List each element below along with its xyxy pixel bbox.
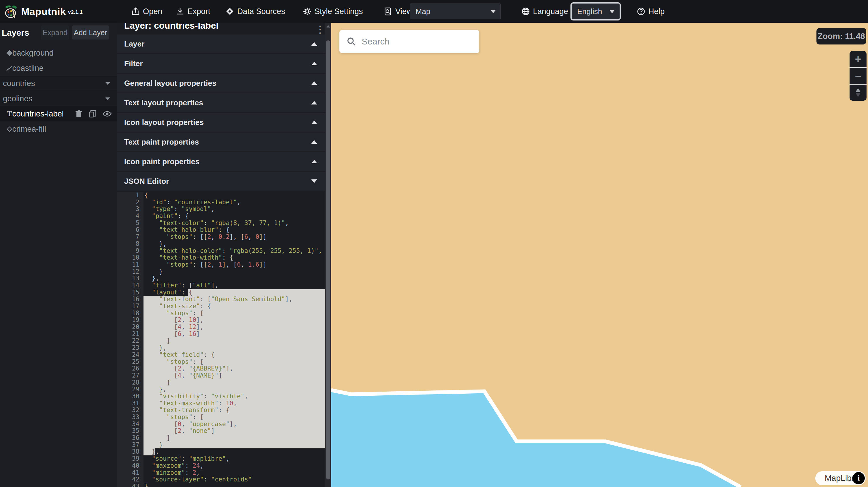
line-number: 21 [117, 331, 144, 338]
code-line-16[interactable]: 16 "text-font": ["Open Sans Semibold"], [117, 296, 326, 303]
code-line-9[interactable]: 9 "text-halo-color": "rgba(255, 255, 255… [117, 248, 326, 255]
code-line-10[interactable]: 10 "text-halo-width": { [117, 254, 326, 261]
line-number: 23 [117, 345, 144, 352]
selection-highlight [144, 386, 326, 393]
inspector-scrollbar[interactable] [326, 23, 331, 487]
code-line-39[interactable]: 39 "source": "maplibre", [117, 455, 326, 462]
chevron-down-icon[interactable] [105, 97, 110, 100]
chevron-down-icon [491, 10, 496, 13]
code-line-38[interactable]: 38 }, [117, 448, 326, 455]
info-icon[interactable]: i [852, 472, 865, 484]
visibility-icon[interactable] [102, 110, 112, 117]
code-line-12[interactable]: 12 } [117, 268, 326, 275]
code-line-8[interactable]: 8 }, [117, 240, 326, 248]
line-number: 8 [117, 240, 144, 248]
section-header-icon-paint-properties[interactable]: Icon paint properties [117, 152, 326, 171]
layer-item-crimea-fill[interactable]: crimea-fill [0, 122, 117, 137]
zoom-out-button[interactable]: – [849, 67, 867, 84]
code-line-34[interactable]: 34 [0, "uppercase"], [117, 421, 326, 428]
code-line-29[interactable]: 29 }, [117, 386, 326, 393]
open-button[interactable]: Open [131, 0, 162, 23]
code-line-24[interactable]: 24 "text-field": { [117, 352, 326, 359]
code-line-13[interactable]: 13 }, [117, 275, 326, 282]
map-search-input[interactable]: Search [339, 30, 479, 53]
code-line-19[interactable]: 19 [2, 10], [117, 317, 326, 324]
code-line-31[interactable]: 31 "text-max-width": 10, [117, 400, 326, 407]
duplicate-icon[interactable] [88, 110, 97, 118]
code-line-41[interactable]: 41 "minzoom": 2, [117, 469, 326, 477]
export-button[interactable]: Export [176, 0, 210, 23]
view-select[interactable]: Map [410, 3, 501, 19]
chevron-up-icon [311, 42, 317, 46]
code-line-20[interactable]: 20 [4, 12], [117, 324, 326, 331]
code-line-1[interactable]: 1{ [117, 192, 326, 199]
layer-group-geolines[interactable]: geolines [0, 91, 117, 106]
code-line-7[interactable]: 7 "stops": [[2, 0.2], [6, 0]] [117, 233, 326, 240]
section-header-json-editor[interactable]: JSON Editor [117, 172, 326, 191]
line-number: 25 [117, 359, 144, 365]
layers-title: Layers [2, 28, 29, 38]
layer-item-background[interactable]: background [0, 45, 117, 61]
code-line-35[interactable]: 35 [2, "none"] [117, 428, 326, 434]
code-line-32[interactable]: 32 "text-transform": { [117, 407, 326, 414]
code-line-23[interactable]: 23 }, [117, 345, 326, 352]
code-line-28[interactable]: 28 ] [117, 379, 326, 386]
code-line-4[interactable]: 4 "paint": { [117, 213, 326, 220]
compass-button[interactable] [849, 84, 867, 101]
inspector-scrollbar-thumb[interactable] [326, 40, 330, 479]
language-label: Language [521, 0, 568, 23]
delete-icon[interactable] [75, 110, 83, 118]
language-select[interactable]: English [571, 3, 620, 19]
section-header-text-paint-properties[interactable]: Text paint properties [117, 133, 326, 151]
map-canvas[interactable]: Search Zoom: 11.48 + – MapLibre i [331, 23, 868, 487]
line-number: 6 [117, 227, 144, 233]
code-line-17[interactable]: 17 "text-size": { [117, 303, 326, 310]
section-header-icon-layout-properties[interactable]: Icon layout properties [117, 113, 326, 132]
layer-item-coastline[interactable]: coastline [0, 61, 117, 76]
add-layer-button[interactable]: Add Layer [72, 26, 109, 39]
code-line-6[interactable]: 6 "text-halo-blur": { [117, 227, 326, 233]
zoom-in-button[interactable]: + [849, 51, 867, 67]
layer-group-countries[interactable]: countries [0, 76, 117, 91]
line-number: 37 [117, 442, 144, 449]
code-line-42[interactable]: 42 "source-layer": "centroids" [117, 476, 326, 483]
code-line-25[interactable]: 25 "stops": [ [117, 359, 326, 365]
scrollbar-up-arrow-icon[interactable] [327, 25, 330, 28]
code-line-21[interactable]: 21 [6, 16] [117, 331, 326, 338]
data-sources-button[interactable]: Data Sources [225, 0, 285, 23]
code-line-40[interactable]: 40 "maxzoom": 24, [117, 462, 326, 469]
section-header-text-layout-properties[interactable]: Text layout properties [117, 93, 326, 112]
zoom-level-indicator: Zoom: 11.48 [816, 28, 866, 44]
code-line-43[interactable]: 43} [117, 483, 326, 487]
line-number: 7 [117, 233, 144, 240]
code-line-3[interactable]: 3 "type": "symbol", [117, 206, 326, 213]
section-header-filter[interactable]: Filter [117, 54, 326, 73]
chevron-down-icon [610, 10, 615, 13]
section-header-layer[interactable]: Layer [117, 35, 326, 53]
line-number: 24 [117, 352, 144, 359]
code-line-33[interactable]: 33 "stops": [ [117, 414, 326, 421]
kebab-menu-icon[interactable]: ⋮ [315, 24, 325, 35]
section-label: Layer [124, 39, 144, 48]
code-line-11[interactable]: 11 "stops": [[2, 1], [6, 1.6]] [117, 261, 326, 268]
json-editor[interactable]: 1{2 "id": "countries-label",3 "type": "s… [117, 192, 326, 487]
code-line-26[interactable]: 26 [2, "{ABBREV}"], [117, 365, 326, 372]
code-line-22[interactable]: 22 ] [117, 337, 326, 345]
section-header-general-layout-properties[interactable]: General layout properties [117, 74, 326, 93]
code-line-27[interactable]: 27 [4, "{NAME}"] [117, 372, 326, 379]
selection-highlight [144, 434, 326, 442]
layer-item-countries-label[interactable]: Tcountries-label [0, 106, 117, 122]
code-line-15[interactable]: 15 "layout": { [117, 289, 326, 296]
code-line-14[interactable]: 14 "filter": ["all"], [117, 282, 326, 289]
style-settings-button[interactable]: Style Settings [303, 0, 363, 23]
chevron-down-icon[interactable] [105, 82, 110, 85]
expand-button[interactable]: Expand [41, 26, 69, 39]
help-button[interactable]: Help [637, 0, 665, 23]
code-line-18[interactable]: 18 "stops": [ [117, 310, 326, 317]
code-line-36[interactable]: 36 ] [117, 434, 326, 442]
code-line-30[interactable]: 30 "visibility": "visible", [117, 393, 326, 400]
code-line-5[interactable]: 5 "text-color": "rgba(8, 37, 77, 1)", [117, 220, 326, 227]
layer-label: geolines [3, 94, 32, 103]
code-line-2[interactable]: 2 "id": "countries-label", [117, 199, 326, 206]
code-line-37[interactable]: 37 } [117, 442, 326, 449]
